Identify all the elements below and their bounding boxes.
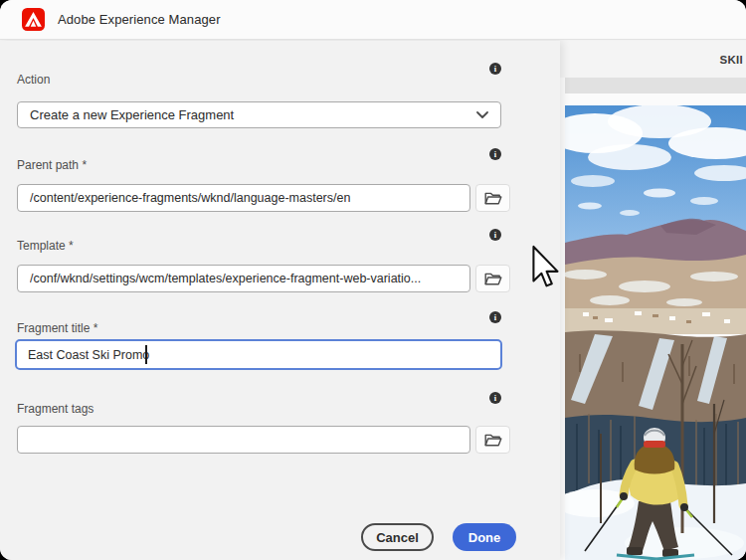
- info-icon[interactable]: i: [489, 229, 501, 241]
- folder-open-icon: [484, 191, 502, 206]
- chevron-down-icon: [476, 111, 488, 119]
- parent-path-input[interactable]: [17, 184, 470, 212]
- fragment-title-label: Fragment title *: [17, 321, 97, 335]
- fragment-tags-picker-button[interactable]: [475, 426, 510, 454]
- content-area: SKII: [0, 41, 746, 560]
- adobe-logo-icon: [22, 8, 45, 31]
- background-page: SKII: [560, 41, 746, 560]
- action-label: Action: [17, 73, 50, 87]
- cancel-button[interactable]: Cancel: [361, 523, 434, 551]
- info-icon[interactable]: i: [489, 63, 501, 75]
- fragment-title-input[interactable]: [15, 339, 502, 370]
- app-title: Adobe Experience Manager: [58, 12, 221, 27]
- info-icon[interactable]: i: [489, 148, 501, 160]
- text-caret: [145, 345, 147, 364]
- background-page-heading: SKII: [719, 54, 743, 66]
- parent-path-picker-button[interactable]: [475, 184, 510, 212]
- village-strip: [565, 308, 746, 334]
- ski-landscape-photo: [565, 105, 746, 560]
- fragment-tags-label: Fragment tags: [17, 402, 93, 416]
- mouse-cursor-icon: [531, 245, 560, 289]
- template-label: Template *: [17, 239, 74, 253]
- info-icon[interactable]: i: [489, 392, 501, 404]
- screenshot-root: Adobe Experience Manager SKII: [0, 0, 746, 560]
- app-header: Adobe Experience Manager: [0, 0, 746, 40]
- background-toolbar-strip: [565, 78, 746, 93]
- background-page-header: [560, 41, 746, 78]
- action-select[interactable]: Create a new Experience Fragment: [17, 101, 501, 128]
- folder-open-icon: [484, 272, 502, 286]
- info-icon[interactable]: i: [489, 311, 501, 323]
- fragment-tags-input[interactable]: [17, 426, 470, 454]
- action-select-value: Create a new Experience Fragment: [30, 107, 476, 122]
- template-picker-button[interactable]: [475, 265, 510, 292]
- parent-path-label: Parent path *: [17, 158, 87, 172]
- create-fragment-dialog: i Action Create a new Experience Fragmen…: [0, 41, 560, 560]
- done-button[interactable]: Done: [453, 523, 516, 551]
- folder-open-icon: [484, 433, 502, 448]
- template-input[interactable]: [17, 265, 470, 292]
